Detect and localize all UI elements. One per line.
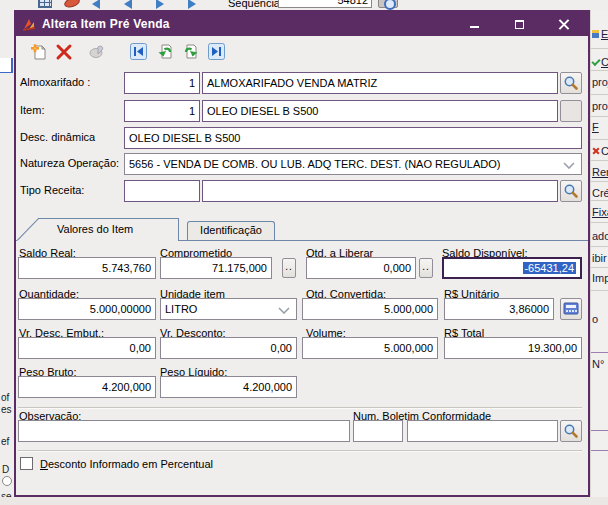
item-code-field[interactable]: 1	[124, 100, 200, 122]
tab-label: Valores do Item	[57, 223, 133, 235]
comprometido-detail-button[interactable]: ..	[282, 258, 296, 278]
almoxarifado-code-field[interactable]: 1	[124, 72, 200, 94]
new-item-button[interactable]	[30, 43, 48, 61]
rs-unitario-field[interactable]: 3,86000	[444, 298, 554, 320]
background-grid-cell	[0, 58, 13, 73]
background-window-bottom	[0, 497, 608, 505]
tipo-receita-search-button[interactable]	[560, 180, 582, 202]
qtd-a-liberar-detail-button[interactable]: ..	[419, 258, 433, 278]
tab-identificacao[interactable]: Identificação	[187, 221, 275, 240]
delete-x-icon	[55, 43, 73, 61]
first-record-icon	[130, 43, 147, 60]
screen: Sequência: 54812 of es ef D se E Co proj…	[0, 0, 608, 505]
next-arrow-icon[interactable]	[156, 0, 164, 9]
num-boletim-code-field[interactable]	[353, 420, 403, 442]
almoxarifado-search-button[interactable]	[560, 72, 582, 94]
background-button-fragment[interactable]: E	[592, 28, 608, 40]
qtd-a-liberar-field[interactable]: 0,000	[306, 257, 416, 279]
volume-field[interactable]: 5.000,000	[302, 337, 438, 359]
background-text-fragment: ados	[592, 230, 608, 242]
rs-total-field[interactable]: 19.300,00	[444, 337, 582, 359]
last-arrow-icon[interactable]	[188, 0, 196, 9]
delete-button[interactable]	[55, 43, 73, 61]
num-boletim-search-button[interactable]	[560, 420, 582, 442]
sequencia-field[interactable]: 54812	[278, 0, 372, 8]
quantidade-field[interactable]: 5.000,00000	[18, 298, 156, 320]
desc-dinamica-label: Desc. dinâmica	[20, 131, 95, 143]
desconto-percentual-checkbox[interactable]	[20, 457, 33, 470]
saldo-real-field[interactable]: 5.743,760	[18, 257, 156, 279]
close-button[interactable]	[556, 16, 572, 32]
background-button-fragment[interactable]: Co	[592, 56, 608, 68]
background-button-fragment[interactable]: Fixa	[592, 206, 608, 218]
new-document-icon	[30, 43, 48, 61]
background-text-fragment: of	[1, 392, 9, 403]
background-text-fragment: o	[592, 313, 598, 325]
background-text-fragment: ef	[1, 436, 9, 447]
rs-unitario-calculator-button[interactable]	[560, 298, 582, 320]
calculator-icon	[563, 302, 579, 316]
desconto-percentual-label: Desconto Informado em Percentual	[40, 458, 213, 470]
window-icon	[592, 30, 599, 38]
sequencia-value: 54812	[337, 0, 368, 6]
print-preview-icon[interactable]	[378, 0, 398, 8]
background-button-fragment[interactable]: Rent	[592, 166, 608, 178]
maximize-icon	[515, 20, 524, 29]
tab-valores-do-item[interactable]: Valores do Item	[17, 218, 179, 241]
saldo-disponivel-field[interactable]: -65431,24	[442, 257, 582, 279]
peso-liquido-field[interactable]: 4.200,000	[160, 376, 297, 398]
comprometido-field[interactable]: 71.175,000	[160, 257, 272, 279]
last-record-icon	[208, 43, 225, 60]
almoxarifado-desc-field[interactable]: ALMOXARIFADO VENDA MATRIZ	[202, 72, 558, 94]
unidade-item-dropdown[interactable]: LITRO	[160, 298, 297, 320]
document-next-icon	[182, 43, 200, 61]
eraser-icon[interactable]	[63, 0, 81, 9]
num-boletim-field[interactable]	[407, 420, 558, 442]
desc-dinamica-field[interactable]: OLEO DIESEL B S500	[124, 127, 582, 149]
natureza-operacao-label: Natureza Operação:	[20, 157, 119, 169]
natureza-operacao-value: 5656 - VENDA DE COMB. OU LUB. ADQ TERC. …	[129, 158, 500, 170]
prev-arrow-icon[interactable]	[124, 0, 132, 9]
natureza-operacao-dropdown[interactable]: 5656 - VENDA DE COMB. OU LUB. ADQ TERC. …	[124, 153, 582, 175]
dialog-titlebar[interactable]: Altera Item Pré Venda	[16, 12, 588, 36]
observacao-field[interactable]	[18, 420, 350, 442]
chevron-down-icon	[563, 162, 575, 169]
radio-button-fragment[interactable]	[2, 476, 12, 486]
next-record-button[interactable]	[182, 43, 200, 61]
grid-icon[interactable]	[38, 0, 52, 8]
background-text-fragment: N°	[592, 358, 604, 370]
last-record-button[interactable]	[208, 43, 226, 61]
background-text-fragment: prov	[592, 100, 608, 112]
dialog-title: Altera Item Pré Venda	[42, 17, 170, 31]
background-window-top: Sequência: 54812	[0, 0, 608, 10]
separator	[18, 407, 582, 409]
qtd-convertida-field[interactable]: 5.000,000	[302, 298, 438, 320]
background-window-left: of es ef D se	[0, 10, 14, 497]
background-window-right: E Co proj prov F Ca Rent Créd Fixa ados …	[590, 10, 608, 497]
chevron-down-icon	[278, 307, 290, 314]
maximize-button[interactable]	[511, 16, 527, 32]
search-icon	[563, 75, 579, 91]
minimize-icon	[470, 26, 479, 28]
check-icon	[592, 58, 599, 66]
search-icon	[563, 423, 579, 439]
background-text-fragment: Imp	[592, 272, 608, 284]
tipo-receita-code-field[interactable]	[124, 180, 200, 202]
first-arrow-icon[interactable]	[92, 0, 100, 9]
stamp-icon	[88, 43, 106, 61]
first-record-button[interactable]	[130, 43, 148, 61]
background-button-fragment[interactable]: F	[592, 121, 599, 133]
prior-record-button[interactable]	[156, 43, 174, 61]
almoxarifado-label: Almoxarifado :	[20, 76, 90, 88]
item-desc-field[interactable]: OLEO DIESEL B S500	[202, 100, 558, 122]
vr-desc-embut-field[interactable]: 0,00	[18, 337, 156, 359]
background-button-fragment[interactable]: Ca	[592, 145, 608, 157]
altera-item-pre-venda-dialog: Altera Item Pré Venda	[14, 10, 590, 497]
background-text-fragment: D	[2, 464, 9, 475]
vr-desconto-field[interactable]: 0,00	[160, 337, 297, 359]
cancel-icon	[592, 147, 599, 155]
peso-bruto-field[interactable]: 4.200,000	[18, 376, 156, 398]
minimize-button[interactable]	[466, 16, 482, 32]
tipo-receita-desc-field[interactable]	[202, 180, 558, 202]
background-text-fragment: ibir	[592, 252, 607, 264]
